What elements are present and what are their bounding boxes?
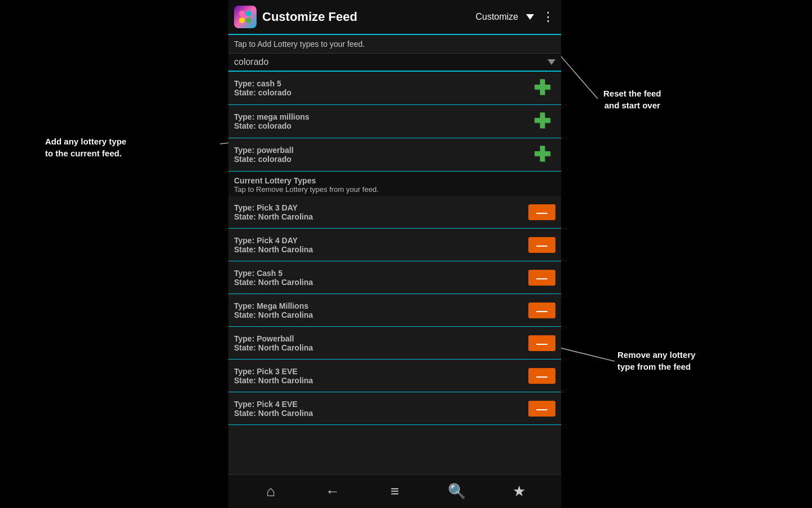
remove-annotation: Remove any lottery type from the feed — [617, 349, 695, 373]
nav-back-button[interactable]: ← — [319, 478, 347, 506]
remove-item-pick3eve: Type: Pick 3 EVE State: North Carolina — — [228, 360, 561, 392]
remove-powerball-state: State: North Carolina — [234, 343, 528, 352]
reset-annotation: Reset the feed and start over — [603, 87, 661, 111]
current-section-header: Current Lottery Types Tap to Remove Lott… — [228, 172, 561, 196]
svg-point-5 — [239, 17, 245, 23]
minus-icon-3: — — [536, 272, 548, 283]
svg-point-6 — [246, 17, 251, 23]
nav-search-button[interactable]: 🔍 — [443, 478, 471, 506]
menu-icon: ≡ — [390, 483, 399, 500]
search-icon: 🔍 — [448, 483, 466, 500]
remove-pick3day-button[interactable]: — — [528, 204, 555, 220]
star-icon: ★ — [513, 483, 526, 500]
remove-item-pick4day: Type: Pick 4 DAY State: North Carolina — — [228, 229, 561, 261]
back-icon: ← — [325, 483, 340, 500]
add-item-megamillions: Type: mega millions State: colorado ✚ — [228, 105, 561, 138]
add-item-powerball-type: Type: powerball — [234, 146, 528, 155]
add-annotation: Add any lottery type to the current feed… — [45, 135, 126, 159]
minus-icon-4: — — [536, 305, 548, 316]
plus-icon: ✚ — [533, 78, 550, 98]
remove-megamillions-button[interactable]: — — [528, 303, 555, 318]
plus-icon-2: ✚ — [533, 111, 550, 132]
section-title: Current Lottery Types — [234, 176, 555, 185]
remove-pick4eve-type: Type: Pick 4 EVE — [234, 400, 528, 409]
add-powerball-button[interactable]: ✚ — [528, 143, 555, 167]
add-item-mega-type: Type: mega millions — [234, 112, 528, 121]
add-megamillions-button[interactable]: ✚ — [528, 110, 555, 133]
svg-point-4 — [246, 11, 251, 16]
add-instruction: Tap to Add Lottery types to your feed. — [228, 35, 561, 54]
svg-point-3 — [239, 11, 245, 16]
plus-icon-3: ✚ — [533, 144, 550, 165]
add-item-cash5-type: Type: cash 5 — [234, 79, 528, 88]
remove-pick4day-type: Type: Pick 4 DAY — [234, 236, 528, 245]
add-item-powerball: Type: powerball State: colorado ✚ — [228, 138, 561, 172]
remove-pick3day-state: State: North Carolina — [234, 212, 528, 221]
remove-pick4eve-button[interactable]: — — [528, 401, 555, 417]
minus-icon-5: — — [536, 338, 548, 349]
remove-cash5-type: Type: Cash 5 — [234, 269, 528, 278]
state-dropdown-arrow-icon — [548, 59, 555, 65]
remove-mega-type: Type: Mega Millions — [234, 301, 528, 310]
header-customize-label: Customize — [475, 12, 518, 22]
svg-line-2 — [557, 347, 615, 361]
main-content: Tap to Add Lottery types to your feed. c… — [228, 35, 561, 474]
remove-pick3day-type: Type: Pick 3 DAY — [234, 203, 528, 212]
add-item-mega-state: State: colorado — [234, 121, 528, 130]
remove-items-list: Type: Pick 3 DAY State: North Carolina —… — [228, 196, 561, 425]
remove-item-pick3day: Type: Pick 3 DAY State: North Carolina — — [228, 196, 561, 229]
add-item-cash5: Type: cash 5 State: colorado ✚ — [228, 72, 561, 105]
remove-item-megamillions: Type: Mega Millions State: North Carolin… — [228, 294, 561, 327]
nav-home-button[interactable]: ⌂ — [257, 478, 285, 506]
app-header: Customize Feed Customize ⋮ — [228, 0, 561, 35]
minus-icon-2: — — [536, 239, 548, 251]
remove-item-powerball: Type: Powerball State: North Carolina — — [228, 327, 561, 360]
remove-mega-state: State: North Carolina — [234, 310, 528, 319]
app-container: Customize Feed Customize ⋮ Tap to Add Lo… — [228, 0, 561, 508]
remove-pick4day-button[interactable]: — — [528, 237, 555, 253]
minus-icon-1: — — [536, 207, 548, 218]
add-items-list: Type: cash 5 State: colorado ✚ Type: meg… — [228, 72, 561, 172]
remove-pick4day-state: State: North Carolina — [234, 245, 528, 254]
add-item-powerball-state: State: colorado — [234, 155, 528, 164]
remove-powerball-type: Type: Powerball — [234, 334, 528, 343]
remove-pick4eve-state: State: North Carolina — [234, 409, 528, 418]
minus-icon-6: — — [536, 370, 548, 382]
state-selector[interactable]: colorado — [228, 54, 561, 72]
remove-item-cash5: Type: Cash 5 State: North Carolina — — [228, 261, 561, 294]
remove-cash5-button[interactable]: — — [528, 270, 555, 286]
app-icon — [234, 6, 257, 28]
remove-cash5-state: State: North Carolina — [234, 278, 528, 287]
section-subtitle: Tap to Remove Lottery types from your fe… — [234, 185, 555, 194]
add-cash5-button[interactable]: ✚ — [528, 76, 555, 100]
remove-pick3eve-state: State: North Carolina — [234, 376, 528, 385]
add-item-cash5-state: State: colorado — [234, 88, 528, 97]
overflow-menu-button[interactable]: ⋮ — [542, 10, 555, 24]
nav-favorite-button[interactable]: ★ — [505, 478, 533, 506]
dropdown-arrow-icon — [526, 14, 534, 20]
remove-item-pick4eve: Type: Pick 4 EVE State: North Carolina — — [228, 392, 561, 425]
bottom-nav: ⌂ ← ≡ 🔍 ★ — [228, 474, 561, 508]
header-title: Customize Feed — [262, 10, 475, 24]
home-icon: ⌂ — [266, 483, 275, 500]
remove-pick3eve-type: Type: Pick 3 EVE — [234, 367, 528, 376]
remove-powerball-button[interactable]: — — [528, 335, 555, 351]
remove-pick3eve-button[interactable]: — — [528, 368, 555, 384]
nav-menu-button[interactable]: ≡ — [381, 478, 409, 506]
minus-icon-7: — — [536, 403, 548, 414]
state-value: colorado — [234, 57, 548, 67]
